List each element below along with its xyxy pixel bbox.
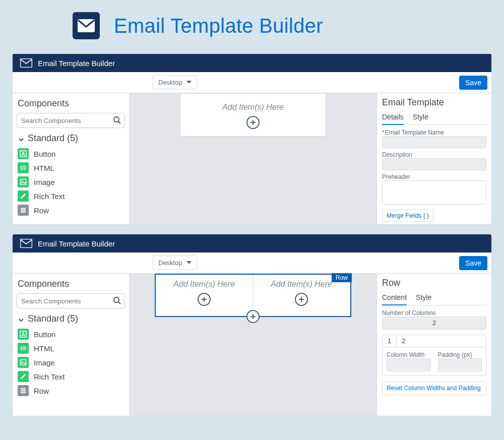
tab-style[interactable]: Style <box>413 111 428 124</box>
column-tab-2[interactable]: 2 <box>397 335 410 347</box>
page-header: Email Template Builder <box>73 12 492 39</box>
code-icon <box>18 343 29 354</box>
component-label: Row <box>34 206 49 215</box>
workspace: Components Standard (5) A Button HTML <box>13 274 491 416</box>
description-input[interactable] <box>382 158 486 170</box>
code-icon <box>18 162 29 173</box>
dropzone-label: Add Item(s) Here <box>156 280 253 289</box>
device-dropdown[interactable]: Desktop <box>153 256 197 270</box>
device-dropdown-label: Desktop <box>158 259 182 267</box>
canvas[interactable]: Add Item(s) Here <box>130 93 376 224</box>
app-bar-title: Email Template Builder <box>38 59 115 68</box>
component-richtext[interactable]: Rich Text <box>17 369 125 384</box>
component-image[interactable]: Image <box>17 355 125 369</box>
image-icon <box>18 357 29 368</box>
component-label: HTML <box>34 164 54 172</box>
component-label: Button <box>34 330 55 339</box>
pencil-icon <box>18 191 29 202</box>
svg-point-21 <box>22 361 23 362</box>
component-button[interactable]: A Button <box>17 327 125 341</box>
components-section-toggle[interactable]: Standard (5) <box>17 312 125 327</box>
column-width-input[interactable] <box>387 358 431 371</box>
svg-rect-24 <box>21 392 26 393</box>
component-label: Rich Text <box>34 192 65 201</box>
component-richtext[interactable]: Rich Text <box>17 189 125 203</box>
device-dropdown[interactable]: Desktop <box>153 75 197 89</box>
svg-line-19 <box>23 346 24 350</box>
properties-title: Email Template <box>382 96 486 111</box>
num-columns-input[interactable]: 2 <box>382 317 486 330</box>
component-button[interactable]: A Button <box>17 147 125 161</box>
add-icon[interactable] <box>295 293 308 306</box>
component-row[interactable]: Row <box>17 203 125 217</box>
components-panel-title: Components <box>17 277 125 293</box>
field-label-preheader: Preheader <box>382 173 486 180</box>
tab-details[interactable]: Details <box>382 111 404 125</box>
rows-icon <box>18 205 29 216</box>
preheader-input[interactable] <box>382 180 486 205</box>
dropzone[interactable]: Add Item(s) Here <box>180 93 326 137</box>
properties-panel: Email Template Details Style Email Templ… <box>376 93 491 224</box>
tab-content[interactable]: Content <box>382 291 407 305</box>
toolbar: Desktop Save <box>13 253 491 274</box>
add-row-below-icon[interactable] <box>246 310 260 323</box>
reset-columns-button[interactable]: Reset Column Widths and Padding <box>382 381 486 395</box>
column-selector: 1 2 <box>382 335 486 347</box>
add-icon[interactable] <box>246 116 260 129</box>
svg-line-16 <box>118 302 120 304</box>
row-component[interactable]: Row Add Item(s) Here Add Item(s) Here <box>155 274 351 317</box>
tab-style[interactable]: Style <box>416 291 431 305</box>
components-section-label: Standard (5) <box>28 313 78 324</box>
builder-instance-2: Email Template Builder Desktop Save Comp… <box>12 234 492 416</box>
components-section-toggle[interactable]: Standard (5) <box>17 132 125 147</box>
chevron-down-icon <box>18 135 25 142</box>
svg-rect-9 <box>21 208 26 209</box>
template-name-input[interactable] <box>382 136 486 148</box>
workspace: Components Standard (5) A Button HTML <box>13 93 491 224</box>
row-column-1[interactable]: Add Item(s) Here <box>156 275 253 316</box>
component-label: Rich Text <box>34 372 65 381</box>
svg-rect-10 <box>21 210 26 211</box>
field-label-colwidth: Column Width <box>387 351 431 358</box>
component-html[interactable]: HTML <box>17 341 125 355</box>
text-a-icon: A <box>18 148 29 159</box>
svg-point-8 <box>22 180 23 181</box>
row-tag: Row <box>332 273 352 282</box>
app-bar: Email Template Builder <box>13 54 491 72</box>
svg-rect-14 <box>21 239 32 248</box>
components-panel: Components Standard (5) A Button HTML <box>13 93 130 224</box>
components-panel: Components Standard (5) A Button HTML <box>13 274 130 416</box>
search-input[interactable] <box>17 293 125 308</box>
add-icon[interactable] <box>198 293 211 306</box>
text-a-icon: A <box>18 329 29 340</box>
pencil-icon <box>18 371 29 382</box>
svg-rect-23 <box>21 390 26 391</box>
svg-rect-20 <box>21 360 26 365</box>
svg-rect-7 <box>21 179 26 185</box>
search-input[interactable] <box>17 113 125 128</box>
components-panel-title: Components <box>17 96 125 113</box>
component-label: Image <box>34 178 55 186</box>
chevron-down-icon <box>186 81 192 84</box>
search-icon[interactable] <box>113 296 121 304</box>
component-label: Row <box>34 387 49 395</box>
component-image[interactable]: Image <box>17 175 125 189</box>
app-bar-title: Email Template Builder <box>38 239 115 248</box>
search-icon[interactable] <box>113 116 121 124</box>
properties-panel: Row Content Style Number of Columns 2 1 … <box>376 274 491 416</box>
svg-point-15 <box>114 297 119 302</box>
padding-input[interactable] <box>438 358 482 371</box>
component-html[interactable]: HTML <box>17 161 125 175</box>
save-button[interactable]: Save <box>459 76 487 90</box>
save-button[interactable]: Save <box>459 256 487 270</box>
svg-line-6 <box>23 166 24 170</box>
canvas[interactable]: Row Add Item(s) Here Add Item(s) Here <box>130 274 376 416</box>
component-row[interactable]: Row <box>17 384 125 398</box>
properties-title: Row <box>382 277 486 291</box>
column-tab-1[interactable]: 1 <box>383 335 397 347</box>
builder-instance-1: Email Template Builder Desktop Save Comp… <box>12 53 492 225</box>
device-dropdown-label: Desktop <box>158 79 182 86</box>
merge-fields-button[interactable]: Merge Fields { } <box>382 210 433 222</box>
field-label-padding: Padding (px) <box>438 351 482 358</box>
chevron-down-icon <box>18 316 25 323</box>
